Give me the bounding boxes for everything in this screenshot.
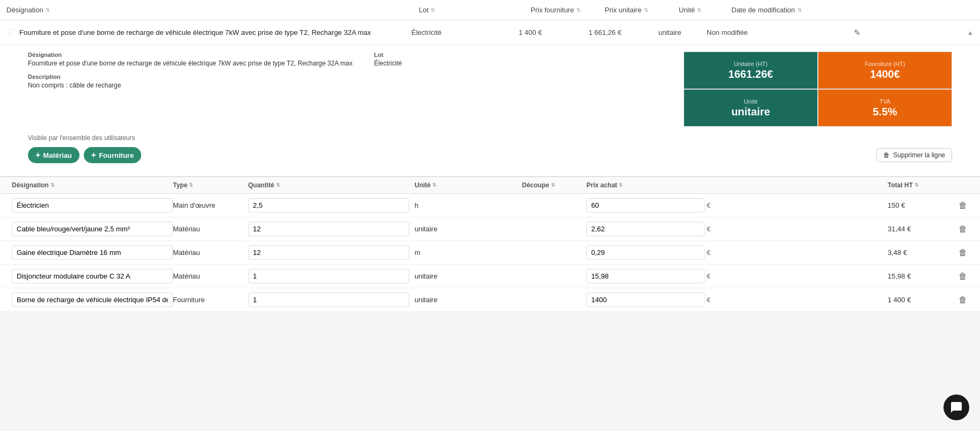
favorite-icon[interactable]: ♡: [6, 27, 14, 38]
sub-cell-quantite-2: [248, 245, 415, 260]
sub-header-type[interactable]: Type ⇅: [173, 181, 248, 189]
expanded-designation-field: Désignation Fourniture et pose d'une bor…: [28, 52, 352, 67]
sub-cell-prix-1: €: [586, 222, 888, 236]
sort-icon-sub-designation: ⇅: [50, 182, 55, 188]
sub-header-decoupe[interactable]: Découpe ⇅: [522, 181, 586, 189]
sub-cell-prix-4: €: [586, 293, 888, 307]
sub-cell-actions-4: 🗑: [952, 295, 974, 305]
info-card-tva-value: 5.5%: [873, 106, 897, 118]
sub-cell-unite-1: unitaire: [415, 225, 522, 233]
sub-cell-type-2: Matériau: [173, 249, 248, 257]
table-header: Désignation ⇅ Lot ⇅ Prix fourniture ⇅ Pr…: [0, 0, 980, 20]
sub-input-prix-4[interactable]: [586, 293, 705, 307]
sub-input-designation-3[interactable]: [12, 269, 173, 283]
expanded-fields: Désignation Fourniture et pose d'une bor…: [28, 52, 402, 67]
sort-icon-sub-unite: ⇅: [432, 182, 437, 188]
sub-input-prix-2[interactable]: [586, 245, 705, 260]
delete-row-button-2[interactable]: 🗑: [959, 248, 967, 258]
table-row: Matériau unitaire € 31,44 € 🗑: [0, 217, 980, 241]
table-row: Main d'œuvre h € 150 € 🗑: [0, 194, 980, 217]
sort-icon-prix-unitaire: ⇅: [644, 7, 648, 13]
sub-cell-actions-2: 🗑: [952, 248, 974, 258]
sub-cell-designation-0: [6, 198, 173, 213]
sub-input-prix-0[interactable]: [586, 198, 705, 213]
sub-cell-prix-0: €: [586, 198, 888, 213]
expanded-description-field: Description Non compris : câble de recha…: [28, 74, 402, 89]
sub-cell-actions-3: 🗑: [952, 272, 974, 281]
header-date-modification[interactable]: Date de modification ⇅: [731, 6, 974, 14]
currency-symbol-2: €: [707, 249, 710, 257]
info-card-fourniture-ht-value: 1400€: [870, 68, 900, 81]
header-designation[interactable]: Désignation ⇅: [6, 6, 415, 14]
sub-cell-unite-2: m: [415, 249, 522, 257]
info-card-unitaire-ht-value: 1661.26€: [728, 68, 773, 81]
delete-row-button-4[interactable]: 🗑: [959, 295, 967, 305]
sub-input-designation-2[interactable]: [12, 245, 173, 260]
sub-input-quantite-2[interactable]: [248, 245, 409, 260]
sub-input-quantite-1[interactable]: [248, 222, 409, 236]
sub-cell-designation-2: [6, 245, 173, 260]
sub-cell-designation-3: [6, 269, 173, 283]
sub-cell-designation-4: [6, 293, 173, 307]
sub-header-unite[interactable]: Unité ⇅: [415, 181, 522, 189]
sub-input-quantite-4[interactable]: [248, 293, 409, 307]
item-lot: Électricité: [411, 28, 519, 36]
sort-icon-sub-decoupe: ⇅: [551, 182, 555, 188]
header-prix-unitaire[interactable]: Prix unitaire ⇅: [605, 6, 674, 14]
collapse-icon[interactable]: ▲: [967, 29, 974, 36]
sub-input-designation-1[interactable]: [12, 222, 173, 236]
header-prix-fourniture[interactable]: Prix fourniture ⇅: [531, 6, 600, 14]
delete-row-button-1[interactable]: 🗑: [959, 224, 967, 234]
sub-input-designation-4[interactable]: [12, 293, 173, 307]
header-unite[interactable]: Unité ⇅: [679, 6, 727, 14]
delete-row-button-3[interactable]: 🗑: [959, 272, 967, 281]
info-card-fourniture-ht-label: Fourniture (HT): [865, 61, 905, 67]
currency-symbol-0: €: [707, 201, 710, 209]
sub-cell-total-3: 15,98 €: [888, 272, 952, 280]
sub-input-designation-0[interactable]: [12, 198, 173, 213]
action-buttons: + Matériau + Fourniture 🗑 Supprimer la l…: [28, 147, 952, 163]
sub-header-quantite[interactable]: Quantité ⇅: [248, 181, 415, 189]
header-lot[interactable]: Lot ⇅: [419, 6, 526, 14]
sub-header-total-ht[interactable]: Total HT ⇅: [888, 181, 952, 189]
add-materiau-button[interactable]: + Matériau: [28, 147, 79, 163]
delete-row-button-0[interactable]: 🗑: [959, 201, 967, 210]
sort-icon-designation: ⇅: [46, 7, 50, 13]
sub-cell-designation-1: [6, 222, 173, 236]
sub-cell-unite-0: h: [415, 201, 522, 209]
info-card-unite: Unité unitaire: [684, 89, 818, 127]
sub-input-prix-1[interactable]: [586, 222, 705, 236]
sort-icon-prix-fourniture: ⇅: [576, 7, 580, 13]
sub-cell-prix-2: €: [586, 245, 888, 260]
sub-cell-unite-4: unitaire: [415, 296, 522, 304]
item-designation: Fourniture et pose d'une borne de rechar…: [19, 28, 411, 36]
info-card-unitaire-ht-label: Unitaire (HT): [734, 61, 768, 67]
sub-header-designation[interactable]: Désignation ⇅: [6, 181, 173, 189]
sub-cell-total-1: 31,44 €: [888, 225, 952, 233]
sub-header-prix-achat[interactable]: Prix achat ⇅: [586, 181, 888, 189]
sort-icon-sub-type: ⇅: [189, 182, 193, 188]
supprimer-ligne-button[interactable]: 🗑 Supprimer la ligne: [876, 148, 952, 162]
sub-cell-total-4: 1 400 €: [888, 296, 952, 304]
sub-cell-total-0: 150 €: [888, 201, 952, 209]
table-row: Fourniture unitaire € 1 400 € 🗑: [0, 288, 980, 312]
edit-icon[interactable]: ✎: [854, 28, 861, 38]
sub-cell-type-4: Fourniture: [173, 296, 248, 304]
table-row: Matériau unitaire € 15,98 € 🗑: [0, 265, 980, 288]
sub-cell-quantite-4: [248, 293, 415, 307]
item-unite: unitaire: [658, 28, 707, 36]
sort-icon-sub-quantite: ⇅: [276, 182, 280, 188]
plus-icon-materiau: +: [35, 150, 40, 160]
item-prix-fourniture: 1 400 €: [519, 28, 589, 36]
currency-symbol-4: €: [707, 296, 710, 304]
sub-cell-prix-3: €: [586, 269, 888, 283]
add-fourniture-button[interactable]: + Fourniture: [84, 147, 141, 163]
sub-cell-type-1: Matériau: [173, 225, 248, 233]
sub-input-prix-3[interactable]: [586, 269, 705, 283]
sub-cell-quantite-1: [248, 222, 415, 236]
sub-input-quantite-3[interactable]: [248, 269, 409, 283]
sort-icon-sub-total: ⇅: [914, 182, 919, 188]
sub-table: Désignation ⇅ Type ⇅ Quantité ⇅ Unité ⇅ …: [0, 177, 980, 312]
sub-input-quantite-0[interactable]: [248, 198, 409, 213]
sub-cell-type-0: Main d'œuvre: [173, 201, 248, 209]
